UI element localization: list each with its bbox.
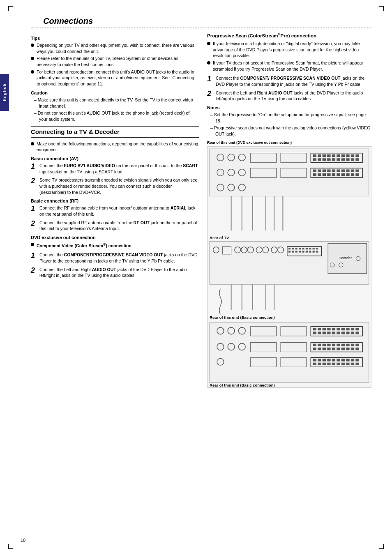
- tips-item-3: For better sound reproduction, connect t…: [31, 69, 199, 87]
- prog-step1: 1 Connect the COMPONENT/ PROGRESSIVE SCA…: [207, 75, 371, 87]
- svg-rect-137: [341, 343, 345, 346]
- svg-rect-44: [318, 173, 321, 176]
- svg-rect-26: [355, 158, 359, 161]
- svg-rect-35: [323, 169, 326, 172]
- svg-rect-157: [323, 359, 326, 361]
- notes-list: Set the Progressive to "On" on the setup…: [207, 112, 371, 137]
- svg-rect-163: [351, 359, 354, 361]
- step-number: 1: [207, 75, 214, 83]
- left-column: Tips Depending on your TV and other equi…: [31, 32, 199, 389]
- connecting-intro-list: Make one of the following connections, d…: [31, 141, 199, 153]
- svg-rect-170: [337, 363, 340, 365]
- svg-rect-112: [346, 328, 349, 330]
- bullet-dot: [31, 243, 34, 246]
- svg-rect-156: [318, 359, 321, 361]
- svg-rect-36: [327, 169, 330, 172]
- corner-tl: [8, 6, 13, 11]
- svg-rect-43: [313, 173, 316, 176]
- component-video-item: Component Video (Color Stream®) connecti…: [31, 242, 199, 249]
- svg-rect-45: [323, 173, 326, 176]
- svg-rect-0: [210, 149, 369, 196]
- connection-diagram: Rear of TV: [207, 146, 371, 388]
- prog-step2: 2 Connect the Left and Right AUDIO OUT j…: [207, 90, 371, 102]
- title-separator: [31, 28, 371, 28]
- svg-rect-15: [351, 154, 354, 157]
- svg-rect-107: [323, 328, 326, 330]
- svg-rect-38: [337, 169, 340, 172]
- svg-rect-123: [351, 332, 354, 334]
- svg-rect-150: [355, 348, 359, 350]
- svg-rect-37: [332, 169, 335, 172]
- page-title: Connections: [43, 16, 371, 26]
- svg-rect-147: [341, 348, 345, 350]
- svg-text:Rear of this unit (Basic conne: Rear of this unit (Basic connection): [210, 383, 274, 387]
- corner-bl: [8, 544, 13, 549]
- svg-rect-21: [332, 158, 335, 161]
- tips-header: Tips: [31, 36, 199, 41]
- svg-rect-16: [355, 154, 359, 157]
- diagram-container: Rear of this unit (DVD exclusive out con…: [207, 140, 371, 389]
- svg-rect-84: [292, 251, 294, 252]
- svg-rect-174: [355, 363, 359, 365]
- tips-list: Depending on your TV and other equipment…: [31, 42, 199, 87]
- svg-rect-165: [313, 363, 316, 365]
- svg-rect-167: [323, 363, 326, 365]
- svg-rect-166: [318, 363, 321, 365]
- step-number: 1: [31, 205, 37, 212]
- svg-rect-148: [346, 348, 349, 350]
- caution-item-1: Make sure this unit is connected directl…: [34, 97, 199, 109]
- tips-item-1: Depending on your TV and other equipment…: [31, 42, 199, 54]
- bullet-dot: [31, 70, 34, 74]
- svg-rect-90: [313, 251, 315, 252]
- progressive-scan-header: Progressive Scan (ColorStream®Pro) conne…: [207, 32, 371, 38]
- tips-item-2: Please refer to the manuals of your TV, …: [31, 55, 199, 67]
- svg-rect-140: [355, 343, 359, 346]
- svg-rect-139: [351, 343, 354, 346]
- caution-item-2: Do not connect this unit's AUDIO OUT jac…: [34, 110, 199, 122]
- bullet-dot: [31, 142, 34, 145]
- svg-rect-108: [327, 328, 330, 330]
- svg-rect-8: [318, 154, 321, 157]
- svg-text:Rear of this unit (Basic conne: Rear of this unit (Basic connection): [210, 315, 274, 320]
- svg-rect-22: [337, 158, 340, 161]
- step-number: 2: [31, 220, 37, 227]
- svg-rect-136: [337, 343, 340, 346]
- svg-rect-133: [323, 343, 326, 346]
- svg-rect-75: [292, 248, 294, 249]
- svg-rect-82: [316, 248, 318, 249]
- svg-rect-24: [346, 158, 349, 161]
- svg-rect-169: [332, 363, 335, 365]
- svg-rect-51: [351, 173, 354, 176]
- svg-rect-132: [318, 343, 321, 346]
- svg-text:Decoder: Decoder: [339, 256, 352, 260]
- svg-rect-76: [295, 248, 297, 249]
- dvd-exclusive-header: DVD exclusive out connection: [31, 235, 199, 240]
- svg-rect-173: [351, 363, 354, 365]
- corner-br: [379, 544, 384, 549]
- bullet-dot: [31, 57, 34, 60]
- svg-rect-110: [337, 328, 340, 330]
- prog-item-1: If your television is a high-definition …: [207, 41, 371, 59]
- svg-rect-121: [341, 332, 345, 334]
- svg-rect-40: [346, 169, 349, 172]
- svg-rect-119: [332, 332, 335, 334]
- basic-rf-step1: 1 Connect the RF antenna cable from your…: [31, 205, 199, 217]
- svg-rect-141: [313, 348, 316, 350]
- basic-rf-step2: 2 Connect the supplied RF antenna cable …: [31, 220, 199, 232]
- svg-rect-120: [337, 332, 340, 334]
- svg-rect-14: [346, 154, 349, 157]
- svg-rect-143: [323, 348, 326, 350]
- svg-rect-11: [332, 154, 335, 157]
- svg-rect-98: [210, 322, 369, 382]
- svg-rect-105: [313, 328, 316, 330]
- svg-rect-117: [323, 332, 326, 334]
- svg-rect-33: [313, 169, 316, 172]
- svg-rect-39: [341, 169, 345, 172]
- svg-rect-146: [337, 348, 340, 350]
- svg-rect-171: [341, 363, 345, 365]
- caution-list: Make sure this unit is connected directl…: [31, 97, 199, 122]
- svg-rect-155: [313, 359, 316, 361]
- svg-rect-17: [313, 158, 316, 161]
- svg-rect-77: [299, 248, 301, 249]
- dvd-step2: 2 Connect the Left and Right AUDIO OUT j…: [31, 267, 199, 279]
